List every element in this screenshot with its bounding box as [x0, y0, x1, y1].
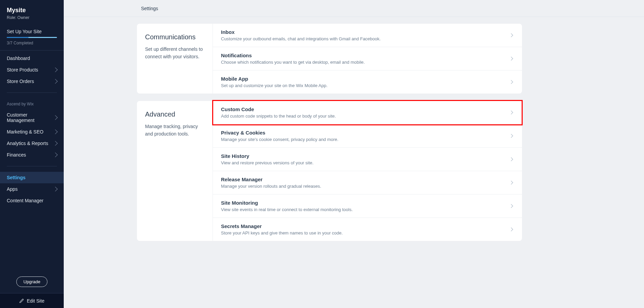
- sidebar-item-label: Store Products: [7, 67, 38, 73]
- pencil-icon: [19, 299, 24, 303]
- sidebar-item-label: Dashboard: [7, 56, 30, 61]
- settings-section-communications: CommunicationsSet up different channels …: [137, 24, 522, 94]
- sidebar-item-label: Analytics & Reports: [7, 141, 48, 146]
- settings-row-privacy-cookies[interactable]: Privacy & CookiesManage your site's cook…: [213, 124, 522, 148]
- chevron-right-icon: [53, 129, 58, 134]
- setup-link[interactable]: Set Up Your Site: [7, 29, 57, 34]
- sidebar-item-store-orders[interactable]: Store Orders: [0, 76, 64, 87]
- sidebar-item-finances[interactable]: Finances: [0, 149, 64, 161]
- sidebar-item-label: Content Manager: [7, 198, 43, 203]
- chevron-right-icon: [53, 141, 58, 146]
- row-title: Site Monitoring: [221, 200, 503, 206]
- row-title: Secrets Manager: [221, 223, 503, 229]
- setup-progress: [7, 37, 57, 38]
- nav-bottom: SettingsAppsContent Manager: [0, 170, 64, 208]
- settings-section-advanced: AdvancedManage tracking, privacy and pro…: [137, 101, 522, 241]
- nav-ascend: Customer ManagementMarketing & SEOAnalyt…: [0, 109, 64, 163]
- edit-site-button[interactable]: Edit Site: [0, 293, 64, 308]
- row-description: Customize your outbound emails, chat and…: [221, 36, 503, 41]
- settings-row-release-manager[interactable]: Release ManagerManage your version rollo…: [213, 171, 522, 194]
- chevron-right-icon: [53, 67, 58, 72]
- sidebar-item-apps[interactable]: Apps: [0, 183, 64, 195]
- row-description: Manage your version rollouts and gradual…: [221, 184, 503, 189]
- chevron-right-icon: [509, 110, 513, 114]
- chevron-right-icon: [509, 227, 513, 231]
- row-description: View and restore previous versions of yo…: [221, 160, 503, 165]
- sidebar-item-customer-management[interactable]: Customer Management: [0, 109, 64, 126]
- upgrade-button[interactable]: Upgrade: [16, 276, 47, 287]
- settings-row-inbox[interactable]: InboxCustomize your outbound emails, cha…: [213, 24, 522, 47]
- row-title: Site History: [221, 153, 503, 159]
- row-title: Inbox: [221, 29, 503, 35]
- setup-count: 3/7 Completed: [7, 41, 57, 45]
- chevron-right-icon: [509, 157, 513, 161]
- main: Settings CommunicationsSet up different …: [64, 0, 644, 308]
- breadcrumb: Settings: [141, 6, 158, 11]
- settings-row-notifications[interactable]: NotificationsChoose which notifications …: [213, 47, 522, 70]
- chevron-right-icon: [53, 79, 58, 84]
- settings-row-custom-code[interactable]: Custom CodeAdd custom code snippets to t…: [213, 101, 522, 124]
- sidebar-item-label: Apps: [7, 186, 18, 192]
- sidebar-item-analytics-reports[interactable]: Analytics & Reports: [0, 138, 64, 149]
- sidebar-item-label: Store Orders: [7, 79, 34, 84]
- row-description: View site events in real time or connect…: [221, 207, 503, 212]
- settings-row-secrets-manager[interactable]: Secrets ManagerStore your API keys and g…: [213, 218, 522, 241]
- sidebar-item-label: Marketing & SEO: [7, 129, 43, 135]
- chevron-right-icon: [509, 204, 513, 208]
- sidebar-item-content-manager[interactable]: Content Manager: [0, 195, 64, 206]
- sidebar-item-marketing-seo[interactable]: Marketing & SEO: [0, 126, 64, 138]
- section-description: Manage tracking, privacy and production …: [145, 123, 206, 138]
- row-title: Privacy & Cookies: [221, 130, 503, 136]
- chevron-right-icon: [509, 181, 513, 184]
- section-items: InboxCustomize your outbound emails, cha…: [213, 24, 522, 94]
- chevron-right-icon: [53, 115, 58, 120]
- chevron-right-icon: [53, 152, 58, 157]
- chevron-right-icon: [509, 134, 513, 138]
- sidebar: Mysite Role: Owner Set Up Your Site 3/7 …: [0, 0, 64, 308]
- row-description: Add custom code snippets to the head or …: [221, 114, 503, 119]
- section-title: Communications: [145, 33, 206, 41]
- sidebar-item-label: Finances: [7, 152, 26, 158]
- row-title: Notifications: [221, 53, 503, 58]
- row-description: Choose which notifications you want to g…: [221, 60, 503, 65]
- nav-primary: DashboardStore ProductsStore Orders: [0, 50, 64, 89]
- row-description: Set up and customize your site on the Wi…: [221, 83, 503, 88]
- sidebar-item-label: Customer Management: [7, 112, 54, 123]
- settings-row-site-monitoring[interactable]: Site MonitoringView site events in real …: [213, 194, 522, 218]
- chevron-right-icon: [509, 57, 513, 60]
- section-items: Custom CodeAdd custom code snippets to t…: [213, 101, 522, 241]
- section-description: Set up different channels to connect wit…: [145, 46, 206, 60]
- site-name: Mysite: [7, 7, 57, 14]
- edit-site-label: Edit Site: [27, 298, 44, 304]
- chevron-right-icon: [509, 80, 513, 84]
- sidebar-item-dashboard[interactable]: Dashboard: [0, 53, 64, 64]
- sidebar-item-store-products[interactable]: Store Products: [0, 64, 64, 76]
- nav-section-ascend-label: Ascend by Wix: [0, 96, 64, 109]
- sidebar-item-settings[interactable]: Settings: [0, 172, 64, 183]
- breadcrumb-bar: Settings: [64, 0, 644, 17]
- row-description: Manage your site's cookie consent, priva…: [221, 137, 503, 142]
- section-title: Advanced: [145, 110, 206, 118]
- chevron-right-icon: [509, 33, 513, 37]
- settings-row-site-history[interactable]: Site HistoryView and restore previous ve…: [213, 148, 522, 171]
- row-title: Release Manager: [221, 177, 503, 182]
- row-description: Store your API keys and give them names …: [221, 230, 503, 235]
- sidebar-item-label: Settings: [7, 175, 25, 180]
- chevron-right-icon: [53, 187, 58, 191]
- settings-row-mobile-app[interactable]: Mobile AppSet up and customize your site…: [213, 70, 522, 94]
- row-title: Mobile App: [221, 76, 503, 82]
- site-role: Role: Owner: [7, 15, 57, 20]
- row-title: Custom Code: [221, 106, 503, 112]
